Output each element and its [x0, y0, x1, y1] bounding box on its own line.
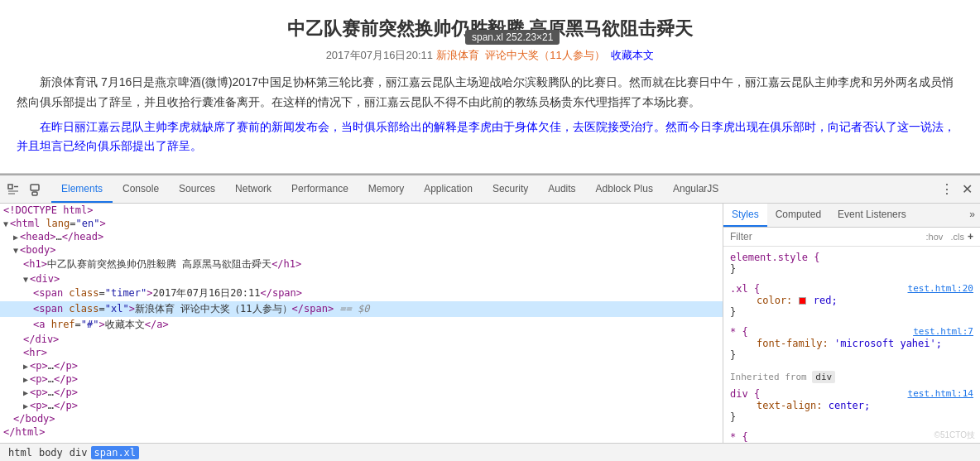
element-p2[interactable]: <p>…</p> [0, 372, 723, 386]
watermark: ©51CTO技 [934, 430, 975, 441]
tab-application[interactable]: Application [414, 175, 483, 203]
devtools-breadcrumb: html body div span.xl [0, 443, 980, 461]
article-paragraph-1: 新浪体育讯 7月16日是燕京啤酒(微博)2017中国足协杯第三轮比赛，丽江嘉云昆… [17, 73, 963, 113]
inherited-label: Inherited from div [723, 367, 980, 387]
element-doctype[interactable]: <!DOCTYPE html> [0, 204, 723, 217]
tab-angularjs[interactable]: AngularJS [663, 175, 728, 203]
devtools-icon-group [3, 180, 45, 199]
styles-panel-tabs: Styles Computed Event Listeners » [723, 204, 980, 228]
devtools-tabs: Elements Console Sources Network Perform… [51, 175, 728, 203]
style-rule-div: div { test.html:14 text-align: center; } [723, 387, 980, 425]
article-body: 新浪体育讯 7月16日是燕京啤酒(微博)2017中国足协杯第三轮比赛，丽江嘉云昆… [17, 73, 963, 156]
tab-sources[interactable]: Sources [169, 175, 225, 203]
style-rule-star: * { test.html:7 font-family: 'microsoft … [723, 324, 980, 363]
style-rule-xl: .xl { test.html:20 color: red; } [723, 281, 980, 319]
style-selector-star2: * { [730, 431, 748, 443]
styles-add-rule-button[interactable]: + [968, 231, 973, 243]
element-span-timer[interactable]: <span class="timer">2017年07月16日20:11</sp… [0, 286, 723, 301]
style-xl-close: } [730, 306, 736, 318]
tab-performance[interactable]: Performance [281, 175, 358, 203]
device-toolbar-button[interactable] [25, 180, 45, 199]
style-property-color: color: red; [730, 295, 973, 306]
inherited-from-tag: div [812, 371, 835, 383]
element-p1[interactable]: <p>…</p> [0, 359, 723, 372]
styles-tab-more[interactable]: » [964, 204, 980, 227]
element-h1[interactable]: <h1>中乙队赛前突然换帅仍胜毅腾 高原黑马欲阻击舜天</h1> [0, 257, 723, 272]
save-link[interactable]: 收藏本文 [611, 49, 654, 61]
styles-tab-event-listeners[interactable]: Event Listeners [829, 204, 915, 227]
style-source-div[interactable]: test.html:14 [908, 388, 973, 399]
devtools-close-button[interactable]: ✕ [957, 180, 977, 199]
styles-filter-input[interactable] [730, 231, 926, 243]
style-value-font: 'microsoft yahei'; [834, 338, 942, 349]
style-selector-xl: .xl { [730, 283, 760, 295]
article-content: 中乙队赛前突然换帅仍胜毅腾 高原黑马欲阻击舜天 span.xl 252.23×2… [0, 0, 980, 174]
svg-rect-4 [31, 185, 39, 190]
styles-filter-bar: :hov .cls + [723, 228, 980, 247]
styles-filter-options[interactable]: :hov .cls [926, 232, 964, 242]
devtools-toolbar: Elements Console Sources Network Perform… [0, 175, 980, 204]
tab-audits[interactable]: Audits [538, 175, 585, 203]
style-selector-element: element.style { [730, 252, 819, 263]
style-property-font: font-family: 'microsoft yahei'; [730, 338, 973, 349]
article-meta: span.xl 252.23×21 2017年07月16日20:11 新浪体育 … [17, 48, 963, 63]
breadcrumb-html[interactable]: html [5, 446, 36, 459]
article-date: 2017年07月16日20:11 [326, 49, 433, 61]
tab-console[interactable]: Console [113, 175, 169, 203]
style-close-brace: } [730, 263, 736, 275]
element-head[interactable]: <head>…</head> [0, 230, 723, 243]
comment-link[interactable]: 评论中大奖（11人参与） [485, 49, 604, 61]
style-selector-star: * { [730, 326, 748, 338]
devtools-more-button[interactable]: ⋮ [937, 180, 957, 199]
breadcrumb-body[interactable]: body [36, 446, 66, 459]
tab-security[interactable]: Security [483, 175, 538, 203]
tab-elements[interactable]: Elements [51, 175, 113, 203]
article-paragraph-2: 在昨日丽江嘉云昆队主帅李虎就缺席了赛前的新闻发布会，当时俱乐部给出的解释是李虎由… [17, 118, 963, 157]
styles-content: element.style { } .xl { test.html:20 col… [723, 247, 980, 443]
element-div[interactable]: <div> [0, 272, 723, 286]
svg-rect-5 [32, 192, 37, 195]
devtools-body: <!DOCTYPE html> <html lang="en"> <head>…… [0, 204, 980, 443]
style-selector-div: div { [730, 388, 760, 400]
element-p4[interactable]: <p>…</p> [0, 399, 723, 412]
styles-tab-computed[interactable]: Computed [767, 204, 829, 227]
inspect-element-button[interactable] [3, 180, 23, 199]
element-div-close[interactable]: </div> [0, 333, 723, 346]
svg-rect-0 [8, 185, 12, 189]
element-hr[interactable]: <hr> [0, 346, 723, 359]
style-value-color: red; [814, 295, 838, 306]
style-star-close: } [730, 349, 736, 361]
element-p3[interactable]: <p>…</p> [0, 386, 723, 399]
element-a-save[interactable]: <a href="#">收藏本文</a> [0, 317, 723, 333]
tab-memory[interactable]: Memory [358, 175, 414, 203]
devtools-panel: Elements Console Sources Network Perform… [0, 174, 980, 461]
element-span-xl[interactable]: <span class="xl">新浪体育 评论中大奖（11人参与）</span… [0, 301, 723, 317]
tooltip: span.xl 252.23×21 [465, 30, 560, 45]
style-property-textalign: text-align: center; [730, 400, 973, 411]
styles-panel: Styles Computed Event Listeners » :hov .… [723, 204, 980, 443]
element-body[interactable]: <body> [0, 243, 723, 257]
element-html[interactable]: <html lang="en"> [0, 217, 723, 230]
color-swatch-red[interactable] [799, 297, 806, 305]
element-html-close[interactable]: </html> [0, 425, 723, 439]
styles-tab-styles[interactable]: Styles [723, 204, 767, 227]
element-body-close[interactable]: </body> [0, 412, 723, 425]
breadcrumb-div[interactable]: div [66, 446, 91, 459]
style-div-close: } [730, 411, 736, 423]
tab-adblock-plus[interactable]: Adblock Plus [586, 175, 663, 203]
devtools-toolbar-right: ⋮ ✕ [937, 180, 977, 199]
style-source-xl[interactable]: test.html:20 [908, 283, 973, 294]
elements-panel: <!DOCTYPE html> <html lang="en"> <head>…… [0, 204, 723, 443]
style-rule-element: element.style { } [723, 250, 980, 276]
style-value-textalign: center; [829, 400, 871, 411]
source-link[interactable]: 新浪体育 [436, 49, 479, 61]
style-source-star[interactable]: test.html:7 [913, 326, 973, 337]
tab-network[interactable]: Network [225, 175, 281, 203]
breadcrumb-span-xl[interactable]: span.xl [91, 446, 140, 459]
